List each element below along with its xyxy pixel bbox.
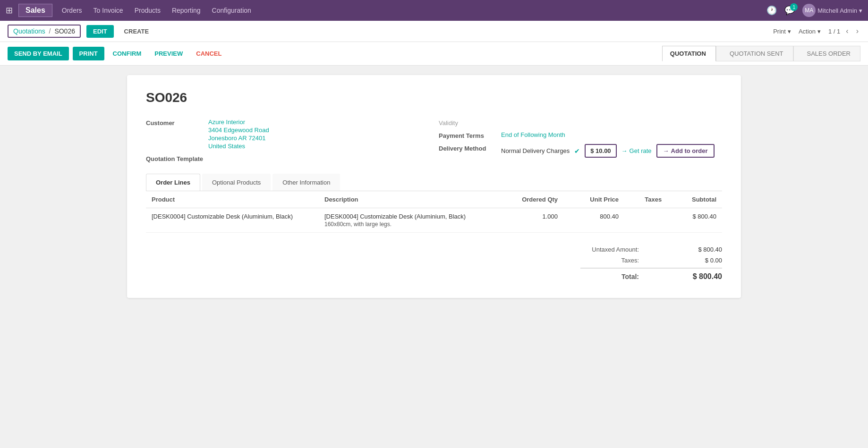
status-breadcrumb: QUOTATION QUOTATION SENT SALES ORDER xyxy=(662,46,860,61)
delivery-method-name: Normal Delivery Charges xyxy=(501,147,570,154)
breadcrumb-current: SO026 xyxy=(54,27,75,35)
total-value: $ 800.40 xyxy=(684,272,722,281)
nav-links: Orders To Invoice Products Reporting Con… xyxy=(62,7,766,14)
status-quotation-sent[interactable]: QUOTATION SENT xyxy=(716,46,793,61)
col-description: Description xyxy=(319,191,492,208)
get-rate-button[interactable]: → Get rate xyxy=(621,147,652,154)
desc-line1: [DESK0004] Customizable Desk (Aluminium,… xyxy=(324,213,486,220)
payment-terms-label: Payment Terms xyxy=(439,131,495,139)
pager-text: 1 / 1 xyxy=(828,28,840,35)
print-label: Print xyxy=(773,28,786,35)
status-sales-order[interactable]: SALES ORDER xyxy=(793,46,860,61)
right-fields: Validity Payment Terms End of Following … xyxy=(439,118,722,162)
user-menu[interactable]: MA Mitchell Admin ▾ xyxy=(802,4,862,17)
table-header-row: Product Description Ordered Qty Unit Pri… xyxy=(146,191,722,208)
payment-terms-value[interactable]: End of Following Month xyxy=(501,131,565,138)
confirm-button[interactable]: CONFIRM xyxy=(108,47,146,60)
customer-field: Customer Azure Interior 3404 Edgewood Ro… xyxy=(146,118,429,150)
pager: 1 / 1 ‹ › xyxy=(828,26,860,36)
cancel-button[interactable]: CANCEL xyxy=(191,47,226,60)
nav-right-area: 🕐 💬 1 MA Mitchell Admin ▾ xyxy=(766,4,862,17)
customer-name[interactable]: Azure Interior xyxy=(208,118,269,126)
action-chevron-icon: ▾ xyxy=(817,28,821,35)
action-button[interactable]: Action ▾ xyxy=(799,28,821,35)
col-subtotal: Subtotal xyxy=(667,191,722,208)
quotation-template-field: Quotation Template xyxy=(146,154,429,162)
untaxed-label: Untaxed Amount: xyxy=(580,246,647,253)
nav-to-invoice[interactable]: To Invoice xyxy=(94,7,123,14)
row-description: [DESK0004] Customizable Desk (Aluminium,… xyxy=(319,208,492,233)
print-action-button[interactable]: PRINT xyxy=(73,47,104,60)
total-label: Total: xyxy=(580,273,647,280)
delivery-price: $ 10.00 xyxy=(585,144,616,158)
customer-address2[interactable]: Jonesboro AR 72401 xyxy=(208,135,269,142)
app-title[interactable]: Sales xyxy=(18,4,52,17)
customer-address-block: Azure Interior 3404 Edgewood Road Jonesb… xyxy=(208,118,269,150)
col-qty: Ordered Qty xyxy=(492,191,563,208)
tabs: Order Lines Optional Products Other Info… xyxy=(146,174,722,191)
tab-other-information[interactable]: Other Information xyxy=(272,174,340,191)
taxes-value: $ 0.00 xyxy=(684,257,722,264)
untaxed-value: $ 800.40 xyxy=(684,246,722,253)
action-bar: SEND BY EMAIL PRINT CONFIRM PREVIEW CANC… xyxy=(0,42,868,66)
document-title: SO026 xyxy=(146,90,722,105)
action-bar-left: SEND BY EMAIL PRINT CONFIRM PREVIEW CANC… xyxy=(8,47,226,60)
left-fields: Customer Azure Interior 3404 Edgewood Ro… xyxy=(146,118,429,162)
tab-order-lines[interactable]: Order Lines xyxy=(146,174,200,191)
add-to-order-button[interactable]: → Add to order xyxy=(656,144,715,158)
create-button[interactable]: CREATE xyxy=(119,25,153,38)
print-button[interactable]: Print ▾ xyxy=(773,28,791,35)
grid-icon[interactable]: ⊞ xyxy=(6,5,13,16)
untaxed-row: Untaxed Amount: $ 800.40 xyxy=(580,244,722,255)
customer-label: Customer xyxy=(146,118,203,127)
row-unit-price: 800.40 xyxy=(563,208,624,233)
breadcrumb-parent[interactable]: Quotations xyxy=(13,27,45,35)
taxes-label: Taxes: xyxy=(580,257,647,264)
nav-configuration[interactable]: Configuration xyxy=(212,7,251,14)
nav-reporting[interactable]: Reporting xyxy=(172,7,201,14)
customer-address1[interactable]: 3404 Edgewood Road xyxy=(208,127,269,134)
breadcrumb-left: Quotations / SO026 EDIT CREATE xyxy=(8,25,153,38)
row-taxes xyxy=(624,208,667,233)
edit-button[interactable]: EDIT xyxy=(86,25,114,38)
breadcrumb-right: Print ▾ Action ▾ 1 / 1 ‹ › xyxy=(773,26,860,36)
table-row: [DESK0004] Customizable Desk (Aluminium,… xyxy=(146,208,722,233)
col-taxes: Taxes xyxy=(624,191,667,208)
main-content: SO026 Customer Azure Interior 3404 Edgew… xyxy=(0,66,868,448)
add-to-order-label: Add to order xyxy=(671,147,708,154)
print-chevron-icon: ▾ xyxy=(788,28,791,35)
col-product: Product xyxy=(146,191,319,208)
prev-button[interactable]: ‹ xyxy=(844,26,850,36)
document-fields: Customer Azure Interior 3404 Edgewood Ro… xyxy=(146,118,722,162)
delivery-method-field: Delivery Method Normal Delivery Charges … xyxy=(439,144,722,158)
tab-optional-products[interactable]: Optional Products xyxy=(202,174,271,191)
top-navigation: ⊞ Sales Orders To Invoice Products Repor… xyxy=(0,0,868,21)
chat-badge: 1 xyxy=(790,3,798,11)
totals-section: Untaxed Amount: $ 800.40 Taxes: $ 0.00 T… xyxy=(146,244,722,283)
nav-products[interactable]: Products xyxy=(135,7,161,14)
delivery-method-label: Delivery Method xyxy=(439,144,495,152)
order-table: Product Description Ordered Qty Unit Pri… xyxy=(146,191,722,233)
user-name: Mitchell Admin xyxy=(817,7,857,14)
total-row: Total: $ 800.40 xyxy=(580,268,722,283)
user-chevron-icon: ▾ xyxy=(859,7,862,14)
totals-table: Untaxed Amount: $ 800.40 Taxes: $ 0.00 T… xyxy=(580,244,722,283)
clock-icon[interactable]: 🕐 xyxy=(766,5,777,16)
status-quotation[interactable]: QUOTATION xyxy=(662,46,716,61)
desc-line2: 160x80cm, with large legs. xyxy=(324,221,486,228)
taxes-row: Taxes: $ 0.00 xyxy=(580,255,722,266)
row-subtotal: $ 800.40 xyxy=(667,208,722,233)
customer-country[interactable]: United States xyxy=(208,143,269,150)
nav-orders[interactable]: Orders xyxy=(62,7,82,14)
breadcrumb-separator: / xyxy=(49,27,53,35)
get-rate-label: Get rate xyxy=(630,147,652,154)
avatar: MA xyxy=(802,4,816,17)
col-unit-price: Unit Price xyxy=(563,191,624,208)
row-product[interactable]: [DESK0004] Customizable Desk (Aluminium,… xyxy=(146,208,319,233)
validity-label: Validity xyxy=(439,118,495,127)
next-button[interactable]: › xyxy=(854,26,860,36)
send-email-button[interactable]: SEND BY EMAIL xyxy=(8,47,69,60)
chat-icon[interactable]: 💬 1 xyxy=(784,5,795,16)
preview-button[interactable]: PREVIEW xyxy=(150,47,187,60)
breadcrumb-bar: Quotations / SO026 EDIT CREATE Print ▾ A… xyxy=(0,21,868,42)
